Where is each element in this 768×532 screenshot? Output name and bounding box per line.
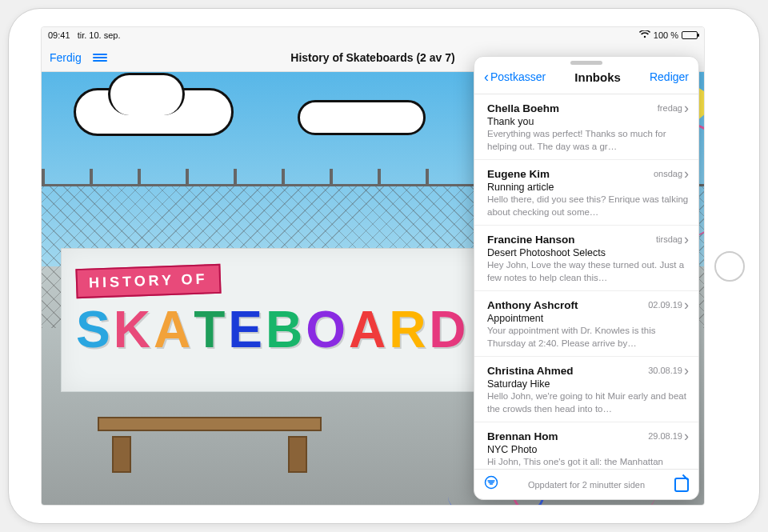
- mail-preview: Hi John, This one's got it all: the Manh…: [487, 456, 689, 469]
- cloud-illustration: [74, 88, 234, 136]
- status-date: tir. 10. sep.: [78, 30, 121, 40]
- banner-letter: E: [228, 304, 262, 355]
- chevron-right-icon: ›: [684, 232, 689, 246]
- banner-letter: D: [429, 304, 466, 355]
- mail-subject: Running article: [487, 182, 689, 193]
- mail-item[interactable]: Chella Boehmfredag›Thank youEverything w…: [474, 94, 698, 160]
- mail-date: 02.09.19›: [648, 298, 689, 312]
- battery-pct: 100 %: [654, 30, 678, 40]
- filter-icon[interactable]: [484, 475, 498, 494]
- mail-preview: Your appointment with Dr. Knowles is thi…: [487, 325, 689, 350]
- battery-icon: [682, 31, 698, 39]
- mail-item[interactable]: Anthony Ashcroft02.09.19›AppointmentYour…: [474, 291, 698, 357]
- mail-slideover[interactable]: ‹ Postkasser Innboks Rediger Chella Boeh…: [474, 56, 699, 500]
- mail-item[interactable]: Francine Hansontirsdag›Desert Photoshoot…: [474, 226, 698, 291]
- mail-subject: Thank you: [487, 116, 689, 127]
- mail-preview: Hello John, we're going to hit Muir earl…: [487, 390, 689, 415]
- banner-tag: HISTORY OF: [75, 264, 221, 298]
- bench-illustration: [98, 417, 322, 473]
- chevron-right-icon: ›: [684, 429, 689, 443]
- status-bar: 09:41 tir. 10. sep. 100 %: [42, 27, 704, 43]
- mail-footer: Oppdatert for 2 minutter siden: [474, 469, 698, 499]
- banner-letter: K: [114, 304, 150, 355]
- status-left: 09:41 tir. 10. sep.: [48, 30, 121, 40]
- mail-date: onsdag›: [654, 166, 689, 181]
- chevron-right-icon: ›: [684, 363, 689, 378]
- toc-icon[interactable]: [93, 52, 107, 63]
- screen: 09:41 tir. 10. sep. 100 % Ferdig History…: [41, 26, 705, 506]
- banner-letter: A: [349, 304, 386, 355]
- banner-letter: S: [76, 304, 110, 355]
- home-button[interactable]: [714, 251, 745, 282]
- edit-button[interactable]: Rediger: [650, 70, 689, 83]
- mail-item[interactable]: Christina Ahmed30.08.19›Saturday HikeHel…: [474, 357, 698, 422]
- chevron-left-icon: ‹: [484, 70, 489, 84]
- back-label: Postkasser: [490, 70, 546, 83]
- banner-letter: B: [266, 304, 302, 355]
- mail-list[interactable]: Chella Boehmfredag›Thank youEverything w…: [474, 94, 698, 469]
- status-time: 09:41: [48, 30, 70, 40]
- mail-sender: Eugene Kim: [487, 168, 550, 180]
- mail-sender: Christina Ahmed: [487, 365, 574, 377]
- back-button[interactable]: ‹ Postkasser: [484, 70, 546, 84]
- mail-item[interactable]: Eugene Kimonsdag›Running articleHello th…: [474, 160, 698, 226]
- cloud-illustration: [298, 100, 426, 135]
- mail-date: 29.08.19›: [648, 429, 689, 443]
- mailbox-title: Innboks: [574, 70, 621, 84]
- mail-sender: Anthony Ashcroft: [487, 299, 578, 311]
- chevron-right-icon: ›: [684, 298, 689, 312]
- banner-letter: O: [306, 304, 346, 355]
- wifi-icon: [639, 30, 650, 40]
- mail-preview: Hello there, did you see this? Enrique w…: [487, 194, 689, 218]
- done-button[interactable]: Ferdig: [50, 51, 82, 64]
- updated-label: Oppdatert for 2 minutter siden: [528, 480, 645, 490]
- banner-letter: T: [194, 304, 225, 355]
- mail-preview: Everything was perfect! Thanks so much f…: [487, 128, 689, 153]
- mail-subject: NYC Photo: [487, 444, 689, 455]
- mail-sender: Brennan Hom: [487, 430, 558, 442]
- banner-letter: A: [154, 304, 190, 355]
- mail-date: tirsdag›: [656, 232, 689, 246]
- compose-button[interactable]: [674, 478, 689, 492]
- mail-date: fredag›: [658, 101, 689, 115]
- mail-subject: Saturday Hike: [487, 378, 689, 390]
- mail-header: ‹ Postkasser Innboks Rediger: [474, 65, 698, 94]
- mail-subject: Desert Photoshoot Selects: [487, 247, 689, 258]
- mail-sender: Francine Hanson: [487, 234, 575, 246]
- mail-item[interactable]: Brennan Hom29.08.19›NYC PhotoHi John, Th…: [474, 422, 698, 469]
- mail-date: 30.08.19›: [648, 363, 689, 378]
- mail-preview: Hey John, Love the way these turned out.…: [487, 259, 689, 284]
- status-right: 100 %: [639, 30, 698, 40]
- mail-subject: Appointment: [487, 313, 689, 324]
- chevron-right-icon: ›: [684, 166, 689, 181]
- chevron-right-icon: ›: [684, 101, 689, 115]
- banner-letter: R: [389, 304, 426, 355]
- ipad-device: 09:41 tir. 10. sep. 100 % Ferdig History…: [8, 8, 760, 524]
- mail-sender: Chella Boehm: [487, 102, 559, 114]
